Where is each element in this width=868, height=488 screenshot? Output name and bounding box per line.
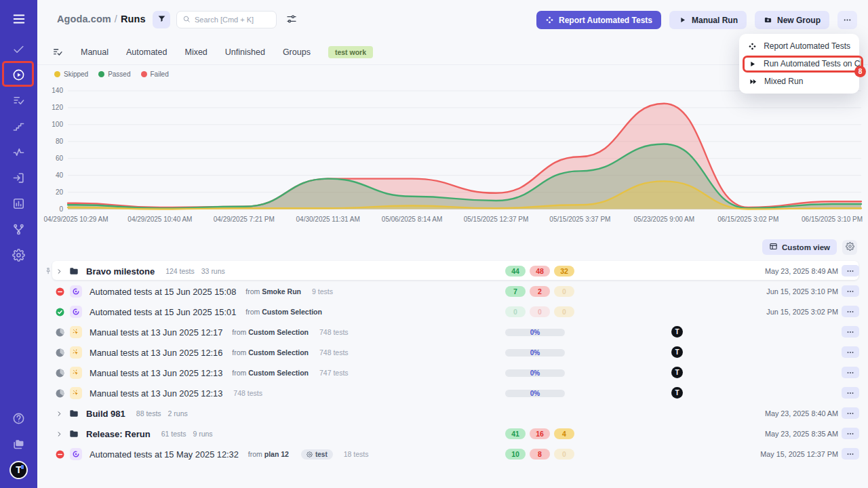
sidebar-item-analytics[interactable]	[0, 190, 37, 216]
sidebar-item-plans[interactable]	[0, 87, 37, 113]
sidebar-item-branches[interactable]	[0, 216, 37, 242]
branch-icon	[12, 223, 25, 236]
steps-icon	[12, 120, 25, 133]
group-row[interactable]: Bravo milestone124 tests33 runs444832May…	[37, 261, 868, 281]
search-input[interactable]	[195, 16, 271, 24]
breadcrumb-project[interactable]: Agoda.com	[57, 14, 111, 24]
sidebar-item-menu[interactable]	[0, 6, 37, 32]
sidebar-item-settings[interactable]	[0, 242, 37, 268]
run-tag[interactable]: test	[301, 449, 333, 460]
sidebar-item-milestones[interactable]	[0, 113, 37, 139]
folder-icon	[68, 266, 79, 277]
chevron-right-icon[interactable]	[56, 430, 63, 438]
chevron-right-icon[interactable]	[56, 410, 63, 418]
more-actions-button[interactable]	[837, 11, 857, 29]
run-title[interactable]: Automated tests at 15 Jun 2025 15:01	[90, 307, 236, 317]
custom-view-button[interactable]: Custom view	[762, 239, 837, 255]
badge-failed: 8	[530, 449, 550, 460]
row-more-button[interactable]	[842, 326, 859, 338]
group-row[interactable]: Release: Rerun61 tests9 runs41164May 23,…	[37, 424, 868, 444]
check-icon	[12, 43, 25, 56]
run-row[interactable]: Automated tests at 15 Jun 2025 15:08from…	[37, 281, 868, 302]
row-more-button[interactable]	[842, 448, 859, 460]
row-main: Bravo milestone124 tests33 runs	[56, 261, 225, 281]
menu-item-report-automated-tests[interactable]: Report Automated Tests	[739, 37, 859, 55]
tab-automated[interactable]: Automated	[126, 47, 167, 57]
run-source: from plan 12	[248, 450, 289, 458]
table-settings-button[interactable]	[842, 240, 857, 255]
menu-item-mixed-run[interactable]: Mixed Run	[739, 73, 859, 90]
report-automated-tests-button[interactable]: Report Automated Tests	[536, 11, 661, 29]
group-row[interactable]: Build 98188 tests2 runsMay 23, 2025 8:40…	[37, 403, 868, 424]
run-title[interactable]: Automated tests at 15 May 2025 12:32	[90, 449, 239, 460]
row-main: Manual tests at 13 Jun 2025 12:13from Cu…	[56, 363, 349, 383]
list-check-icon	[12, 94, 25, 107]
filter-button[interactable]	[153, 11, 170, 28]
badge-skipped: 0	[554, 449, 574, 460]
run-tests-count: 748 tests	[233, 389, 262, 397]
display-options-button[interactable]	[285, 14, 298, 26]
search-icon	[182, 14, 191, 26]
run-row[interactable]: Manual tests at 13 Jun 2025 12:17from Cu…	[37, 322, 868, 342]
import-box-icon	[12, 171, 25, 184]
run-row[interactable]: Manual tests at 13 Jun 2025 12:13748 tes…	[37, 383, 868, 403]
filter-tag[interactable]: test work	[328, 46, 373, 58]
group-name[interactable]: Bravo milestone	[86, 266, 155, 277]
row-more-button[interactable]	[842, 367, 859, 378]
play-icon	[748, 60, 757, 68]
badge-failed: 2	[530, 286, 550, 297]
breadcrumb-separator: /	[115, 14, 117, 24]
run-title[interactable]: Manual tests at 13 Jun 2025 12:13	[90, 388, 222, 399]
fast-forward-icon	[748, 77, 757, 86]
run-title[interactable]: Manual tests at 13 Jun 2025 12:17	[90, 327, 222, 338]
manual-run-icon	[70, 387, 82, 399]
pinwheel-icon	[748, 42, 757, 51]
run-row[interactable]: Automated tests at 15 Jun 2025 15:01from…	[37, 302, 868, 322]
badge-skipped: 32	[554, 266, 574, 277]
run-title[interactable]: Manual tests at 13 Jun 2025 12:13	[90, 368, 222, 378]
sidebar-item-projects[interactable]	[0, 431, 37, 457]
sidebar-item-import[interactable]	[0, 165, 37, 190]
menu-item-run-automated-tests-on-ci[interactable]: Run Automated Tests on CI	[739, 55, 859, 73]
badge-passed: 0	[505, 306, 526, 317]
run-title[interactable]: Automated tests at 15 Jun 2025 15:08	[90, 287, 236, 297]
row-more-button[interactable]	[842, 346, 859, 358]
search-box[interactable]	[176, 11, 277, 28]
chevron-right-icon[interactable]	[56, 268, 63, 275]
svg-text:20: 20	[56, 188, 64, 196]
run-tests-count: 747 tests	[319, 369, 349, 377]
tab-groups[interactable]: Groups	[283, 47, 311, 57]
row-more-button[interactable]	[842, 428, 859, 439]
run-row[interactable]: Manual tests at 13 Jun 2025 12:13from Cu…	[37, 363, 868, 383]
group-name[interactable]: Release: Rerun	[86, 429, 151, 439]
automated-run-icon	[70, 448, 82, 460]
row-more-button[interactable]	[842, 306, 859, 317]
row-more-button[interactable]	[842, 285, 859, 297]
row-more-button[interactable]	[842, 265, 859, 277]
legend-item-passed: Passed	[98, 70, 130, 78]
run-row[interactable]: Automated tests at 15 May 2025 12:32from…	[37, 444, 868, 464]
manual-run-button[interactable]: Manual Run	[669, 11, 747, 29]
tab-mixed[interactable]: Mixed	[184, 47, 207, 57]
tab-manual[interactable]: Manual	[81, 47, 108, 57]
sidebar-item-tests[interactable]	[0, 36, 37, 62]
chart-area: 02040608010012014004/29/2025 10:29 AM04/…	[37, 85, 868, 228]
sidebar-item-pulse[interactable]	[0, 139, 37, 165]
new-group-button[interactable]: New Group	[755, 11, 829, 29]
result-badges: 41164	[505, 428, 574, 439]
row-more-button[interactable]	[842, 387, 859, 399]
sidebar-item-help[interactable]	[0, 405, 37, 431]
sidebar-item-workspace[interactable]: T	[0, 457, 37, 483]
sliders-icon	[286, 16, 297, 26]
tab-unfinished[interactable]: Unfinished	[225, 47, 265, 57]
row-main: Manual tests at 13 Jun 2025 12:17from Cu…	[56, 322, 349, 342]
legend-item-failed: Failed	[141, 70, 169, 78]
group-name[interactable]: Build 981	[86, 409, 125, 419]
sidebar-item-runs[interactable]	[0, 62, 37, 87]
result-badges: 000	[505, 306, 574, 317]
row-more-button[interactable]	[842, 407, 859, 419]
svg-text:05/15/2025 12:37 PM: 05/15/2025 12:37 PM	[464, 216, 529, 223]
run-row[interactable]: Manual tests at 13 Jun 2025 12:16from Cu…	[37, 342, 868, 363]
sidebar-footer: T	[0, 405, 37, 483]
run-title[interactable]: Manual tests at 13 Jun 2025 12:16	[90, 348, 222, 358]
